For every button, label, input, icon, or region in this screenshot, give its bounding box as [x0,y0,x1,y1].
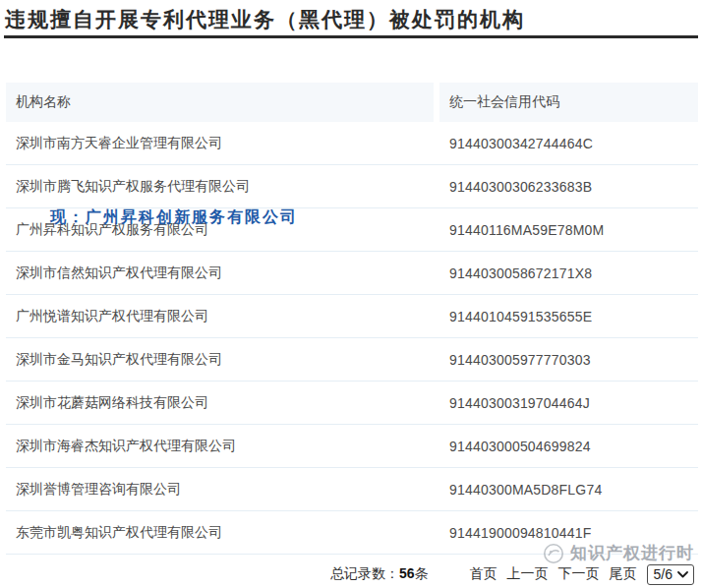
credit-code: 91440300306233683B [439,179,698,195]
penalized-agencies-table: 机构名称 统一社会信用代码 深圳市南方天睿企业管理有限公司 9144030034… [6,83,698,555]
credit-code: 914403005977770303 [439,352,698,368]
handwritten-annotation: 现：广州昇科创新服务有限公司 [50,207,298,228]
table-row: 深圳市信然知识产权代理有限公司 9144030058672171X8 [6,252,698,295]
page-title: 违规擅自开展专利代理业务（黑代理）被处罚的机构 [0,0,702,33]
agency-name: 深圳市金马知识产权代理有限公司 [6,351,439,369]
watermark-text: 知识产权进行时 [570,542,694,564]
total-records-label: 总记录数： [330,565,399,581]
agency-name: 现：广州昇科创新服务有限公司 广州昇科知识产权服务有限公司 [6,221,439,239]
credit-code: 91440300319704464J [439,395,698,411]
table-row: 深圳市南方天睿企业管理有限公司 91440300342744464C [6,122,698,165]
title-underline [4,35,698,38]
credit-code: 91441900094810441F [439,525,698,541]
table-header-row: 机构名称 统一社会信用代码 [6,83,698,122]
last-page-link[interactable]: 尾页 [610,565,637,583]
prev-page-link[interactable]: 上一页 [507,565,549,583]
table-row: 现：广州昇科创新服务有限公司 广州昇科知识产权服务有限公司 91440116MA… [6,208,698,252]
agency-name: 东莞市凯粤知识产权代理有限公司 [6,524,439,542]
next-page-link[interactable]: 下一页 [558,565,600,583]
credit-code: 91440116MA59E78M0M [439,222,698,238]
watermark-logo-icon [543,543,564,564]
page-select-value: 5/6 [654,566,673,582]
credit-code: 9144030058672171X8 [439,265,698,281]
table-row: 广州悦谱知识产权代理有限公司 91440104591535655E [6,295,698,338]
table-row: 深圳市腾飞知识产权服务代理有限公司 91440300306233683B [6,165,698,208]
agency-name: 广州悦谱知识产权代理有限公司 [6,308,439,325]
credit-code: 91440104591535655E [439,309,698,324]
chevron-down-icon [677,570,688,578]
agency-name: 深圳誉博管理咨询有限公司 [6,481,439,499]
agency-name: 深圳市花蘑菇网络科技有限公司 [6,394,439,412]
credit-code: 91440300MA5D8FLG74 [439,482,698,498]
pagination-bar: 总记录数：56条 首页 上一页 下一页 尾页 5/6 [0,563,694,585]
column-header-name: 机构名称 [6,83,434,122]
table-row: 深圳誉博管理咨询有限公司 91440300MA5D8FLG74 [6,468,698,511]
total-records-count: 56 [399,565,415,581]
credit-code: 91440300342744464C [439,136,698,151]
agency-name: 深圳市腾飞知识产权服务代理有限公司 [6,178,439,196]
first-page-link[interactable]: 首页 [470,565,497,583]
column-header-code: 统一社会信用代码 [439,83,698,122]
page-select-dropdown[interactable]: 5/6 [647,564,694,585]
table-row: 深圳市花蘑菇网络科技有限公司 91440300319704464J [6,382,698,425]
agency-name: 深圳市南方天睿企业管理有限公司 [6,135,439,152]
total-records-unit: 条 [415,565,429,581]
table-row: 深圳市金马知识产权代理有限公司 914403005977770303 [6,338,698,382]
page: 违规擅自开展专利代理业务（黑代理）被处罚的机构 机构名称 统一社会信用代码 深圳… [0,0,702,588]
watermark: 知识产权进行时 [543,542,694,564]
agency-name: 深圳市海睿杰知识产权代理有限公司 [6,438,439,455]
table-row: 深圳市海睿杰知识产权代理有限公司 914403000504699824 [6,425,698,468]
total-records: 总记录数：56条 [330,565,429,583]
agency-name: 深圳市信然知识产权代理有限公司 [6,265,439,282]
credit-code: 914403000504699824 [439,439,698,454]
